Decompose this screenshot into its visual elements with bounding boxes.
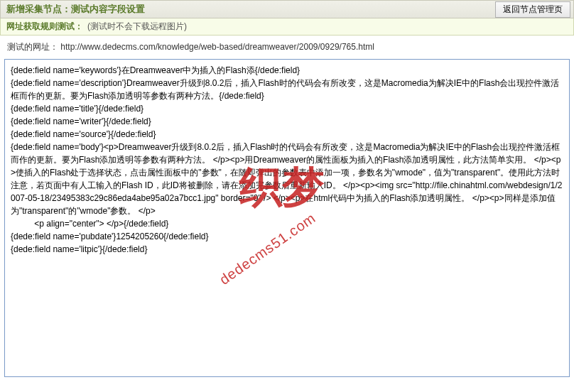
sub-title: 网址获取规则测试： <box>6 21 83 33</box>
page-header: 新增采集节点：测试内容字段设置 返回节点管理页 <box>0 0 574 18</box>
result-textarea[interactable]: {dede:field name='keywords'}在Dreamweaver… <box>4 59 570 377</box>
test-url-value: http://www.dedecms.com/knowledge/web-bas… <box>60 42 374 52</box>
test-url-label: 测试的网址： <box>7 42 58 52</box>
page-title: 新增采集节点：测试内容字段设置 <box>6 3 145 16</box>
sub-header: 网址获取规则测试： (测试时不会下载远程图片) <box>0 18 574 36</box>
back-button[interactable]: 返回节点管理页 <box>495 1 570 18</box>
result-content: {dede:field name='keywords'}在Dreamweaver… <box>11 64 563 256</box>
sub-note: (测试时不会下载远程图片) <box>87 21 187 33</box>
test-url-row: 测试的网址： http://www.dedecms.com/knowledge/… <box>0 36 574 59</box>
